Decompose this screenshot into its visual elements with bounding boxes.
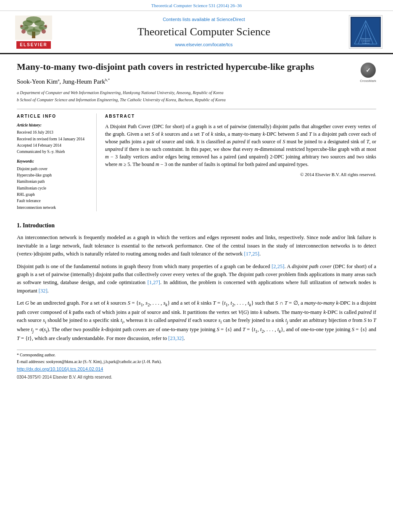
abstract-column: ABSTRACT A Disjoint Path Cover (DPC for … [105,113,376,211]
article-info-column: ARTICLE INFO Article history: Received 1… [17,113,97,211]
elsevier-tree-icon [15,16,52,40]
intro-para2: Disjoint path is one of the fundamental … [17,263,376,295]
elsevier-logo: ELSEVIER [15,16,52,49]
keyword-3: Hamiltonian path [17,179,90,184]
footer-section: * Corresponding author. E-mail addresses… [17,353,376,380]
abstract-text: A Disjoint Path Cover (DPC for short) of… [105,123,376,168]
title-section: ✓ CrossMark Many-to-many two-disjoint pa… [17,61,376,73]
communicated-by: Communicated by S.-y. Hsieh [17,149,90,155]
science-direct-line: Contents lists available at ScienceDirec… [63,16,345,23]
history-label: Article history: [17,123,90,128]
crossmark-widget[interactable]: ✓ CrossMark [360,63,376,83]
cite-2-25[interactable]: [2,25] [272,263,284,269]
journal-cover-thumbnail: Theoretical Computer Science [349,15,382,49]
keyword-6: Fault tolerance [17,198,90,204]
keywords-label: Keywords: [17,159,90,164]
author2-sup: b,* [105,78,110,82]
abstract-copyright: © 2014 Elsevier B.V. All rights reserved… [105,171,376,178]
svg-text:Science: Science [362,42,369,45]
paper-title: Many-to-many two-disjoint path covers in… [17,61,376,73]
email-addresses-note: E-mail addresses: sookyeon@hknu.ac.kr (S… [17,359,376,365]
corresponding-author-note: * Corresponding author. [17,353,376,358]
keyword-2: Hypercube-like graph [17,173,90,178]
cite-23-32[interactable]: [23,32] [168,335,183,341]
abstract-heading: ABSTRACT [105,113,376,119]
svg-point-9 [27,29,40,36]
svg-point-11 [42,29,46,34]
svg-point-10 [21,29,26,34]
introduction-section: 1. Introduction An interconnection netwo… [17,221,376,343]
cite-32[interactable]: [32] [39,288,47,294]
crossmark-label: CrossMark [360,79,376,83]
elsevier-logo-container: ELSEVIER [8,16,59,49]
accepted-date: Accepted 14 February 2014 [17,143,90,148]
keyword-4: Hamiltonian cycle [17,186,90,191]
journal-header-center: Contents lists available at ScienceDirec… [63,16,345,48]
journal-url[interactable]: www.elsevier.com/locate/tcs [63,42,345,48]
elsevier-brand-label: ELSEVIER [16,41,50,49]
affiliations: a Department of Computer and Web Informa… [17,90,376,103]
science-direct-link-text[interactable]: ScienceDirect [216,17,245,22]
cite-1-27[interactable]: [1,27] [148,279,160,285]
info-abstract-columns: ARTICLE INFO Article history: Received 1… [17,113,376,211]
author2-name: Jung-Heum Park [63,78,105,85]
paper-body: ✓ CrossMark Many-to-many two-disjoint pa… [0,54,393,388]
doi-link[interactable]: http://dx.doi.org/10.1016/j.tcs.2014.02.… [17,366,376,372]
crossmark-icon: ✓ [361,63,376,78]
keyword-7: Interconnection network [17,205,90,211]
authors-line: Sook-Yeon Kima, Jung-Heum Parkb,* [17,77,376,86]
intro-para3: Let G be an undirected graph. For a set … [17,299,376,343]
received-revised-date: Received in revised form 14 January 2014 [17,137,90,142]
footer-copyright: 0304-3975/© 2014 Elsevier B.V. All right… [17,374,376,380]
email2-name: (J.-H. Park). [142,360,162,364]
journal-reference-bar: Theoretical Computer Science 531 (2014) … [0,0,393,11]
article-info-heading: ARTICLE INFO [17,113,90,119]
affiliation-a: a Department of Computer and Web Informa… [17,90,376,96]
journal-header: ELSEVIER Contents lists available at Sci… [0,11,393,54]
journal-logo-right: Theoretical Computer Science [349,15,385,49]
journal-title: Theoretical Computer Science [63,24,345,40]
email1-name: (S.-Y. Kim), [83,360,103,364]
svg-point-13 [45,25,47,27]
author1-sup: a [58,78,59,82]
affiliation-b: b School of Computer Science and Informa… [17,97,376,103]
cover-image-icon: Theoretical Computer Science [351,16,381,48]
journal-ref-text: Theoretical Computer Science 531 (2014) … [151,3,242,8]
cite-17-25[interactable]: [17,25] [244,251,259,257]
keyword-1: Disjoint path cover [17,166,90,172]
intro-heading: 1. Introduction [17,221,376,230]
svg-point-12 [20,25,23,27]
header-divider [17,109,376,109]
author1-name: Sook-Yeon Kim [17,78,58,85]
email-label: E-mail addresses: [17,360,45,364]
keyword-5: RHL graph [17,192,90,198]
intro-para1: An interconnection network is frequently… [17,234,376,258]
received-date: Received 16 July 2013 [17,130,90,135]
from-word: from [153,263,163,269]
email1-link[interactable]: sookyeon@hknu.ac.kr [46,360,82,364]
footer-divider [17,350,376,350]
email2-link[interactable]: j.h.park@catholic.ac.kr [103,360,141,364]
